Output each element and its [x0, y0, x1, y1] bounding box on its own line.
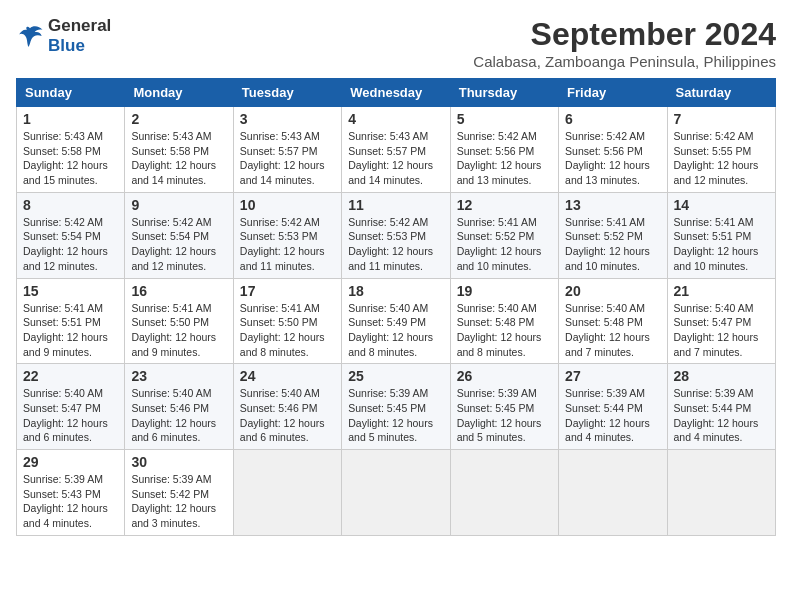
day-number: 2: [131, 111, 226, 127]
day-number: 7: [674, 111, 769, 127]
calendar-cell: 2 Sunrise: 5:43 AMSunset: 5:58 PMDayligh…: [125, 107, 233, 193]
calendar-table: SundayMondayTuesdayWednesdayThursdayFrid…: [16, 78, 776, 536]
day-number: 30: [131, 454, 226, 470]
calendar-cell: 28 Sunrise: 5:39 AMSunset: 5:44 PMDaylig…: [667, 364, 775, 450]
week-row-4: 22 Sunrise: 5:40 AMSunset: 5:47 PMDaylig…: [17, 364, 776, 450]
day-number: 28: [674, 368, 769, 384]
day-number: 21: [674, 283, 769, 299]
calendar-cell: 4 Sunrise: 5:43 AMSunset: 5:57 PMDayligh…: [342, 107, 450, 193]
day-info: Sunrise: 5:39 AMSunset: 5:44 PMDaylight:…: [565, 387, 650, 443]
day-info: Sunrise: 5:42 AMSunset: 5:54 PMDaylight:…: [23, 216, 108, 272]
calendar-cell: 3 Sunrise: 5:43 AMSunset: 5:57 PMDayligh…: [233, 107, 341, 193]
day-info: Sunrise: 5:40 AMSunset: 5:48 PMDaylight:…: [565, 302, 650, 358]
calendar-cell: 8 Sunrise: 5:42 AMSunset: 5:54 PMDayligh…: [17, 192, 125, 278]
day-info: Sunrise: 5:41 AMSunset: 5:51 PMDaylight:…: [674, 216, 759, 272]
weekday-header-friday: Friday: [559, 79, 667, 107]
calendar-cell: [233, 450, 341, 536]
day-number: 12: [457, 197, 552, 213]
day-info: Sunrise: 5:41 AMSunset: 5:51 PMDaylight:…: [23, 302, 108, 358]
calendar-cell: 27 Sunrise: 5:39 AMSunset: 5:44 PMDaylig…: [559, 364, 667, 450]
calendar-cell: 30 Sunrise: 5:39 AMSunset: 5:42 PMDaylig…: [125, 450, 233, 536]
calendar-cell: 1 Sunrise: 5:43 AMSunset: 5:58 PMDayligh…: [17, 107, 125, 193]
day-number: 4: [348, 111, 443, 127]
day-number: 5: [457, 111, 552, 127]
day-info: Sunrise: 5:40 AMSunset: 5:47 PMDaylight:…: [674, 302, 759, 358]
logo: General Blue: [16, 16, 111, 57]
day-info: Sunrise: 5:40 AMSunset: 5:48 PMDaylight:…: [457, 302, 542, 358]
day-info: Sunrise: 5:41 AMSunset: 5:50 PMDaylight:…: [131, 302, 216, 358]
page-header: General Blue September 2024 Calabasa, Za…: [16, 16, 776, 70]
day-info: Sunrise: 5:43 AMSunset: 5:57 PMDaylight:…: [348, 130, 433, 186]
logo-text-line2: Blue: [48, 36, 111, 56]
weekday-header-wednesday: Wednesday: [342, 79, 450, 107]
day-number: 17: [240, 283, 335, 299]
calendar-cell: 16 Sunrise: 5:41 AMSunset: 5:50 PMDaylig…: [125, 278, 233, 364]
day-number: 6: [565, 111, 660, 127]
day-info: Sunrise: 5:43 AMSunset: 5:58 PMDaylight:…: [131, 130, 216, 186]
day-info: Sunrise: 5:42 AMSunset: 5:54 PMDaylight:…: [131, 216, 216, 272]
title-block: September 2024 Calabasa, Zamboanga Penin…: [473, 16, 776, 70]
calendar-cell: 21 Sunrise: 5:40 AMSunset: 5:47 PMDaylig…: [667, 278, 775, 364]
day-info: Sunrise: 5:39 AMSunset: 5:42 PMDaylight:…: [131, 473, 216, 529]
day-number: 23: [131, 368, 226, 384]
calendar-cell: 9 Sunrise: 5:42 AMSunset: 5:54 PMDayligh…: [125, 192, 233, 278]
day-info: Sunrise: 5:39 AMSunset: 5:45 PMDaylight:…: [348, 387, 433, 443]
weekday-header-row: SundayMondayTuesdayWednesdayThursdayFrid…: [17, 79, 776, 107]
day-number: 10: [240, 197, 335, 213]
calendar-cell: 29 Sunrise: 5:39 AMSunset: 5:43 PMDaylig…: [17, 450, 125, 536]
calendar-cell: 24 Sunrise: 5:40 AMSunset: 5:46 PMDaylig…: [233, 364, 341, 450]
logo-text-line1: General: [48, 16, 111, 36]
calendar-cell: 10 Sunrise: 5:42 AMSunset: 5:53 PMDaylig…: [233, 192, 341, 278]
day-number: 20: [565, 283, 660, 299]
week-row-5: 29 Sunrise: 5:39 AMSunset: 5:43 PMDaylig…: [17, 450, 776, 536]
day-info: Sunrise: 5:40 AMSunset: 5:49 PMDaylight:…: [348, 302, 433, 358]
day-number: 15: [23, 283, 118, 299]
day-number: 24: [240, 368, 335, 384]
day-info: Sunrise: 5:41 AMSunset: 5:52 PMDaylight:…: [565, 216, 650, 272]
day-info: Sunrise: 5:40 AMSunset: 5:47 PMDaylight:…: [23, 387, 108, 443]
calendar-cell: [342, 450, 450, 536]
day-number: 3: [240, 111, 335, 127]
day-info: Sunrise: 5:41 AMSunset: 5:50 PMDaylight:…: [240, 302, 325, 358]
week-row-1: 1 Sunrise: 5:43 AMSunset: 5:58 PMDayligh…: [17, 107, 776, 193]
day-number: 26: [457, 368, 552, 384]
calendar-cell: 7 Sunrise: 5:42 AMSunset: 5:55 PMDayligh…: [667, 107, 775, 193]
day-number: 27: [565, 368, 660, 384]
location-subtitle: Calabasa, Zamboanga Peninsula, Philippin…: [473, 53, 776, 70]
logo-icon: [16, 22, 44, 50]
day-number: 16: [131, 283, 226, 299]
calendar-cell: 6 Sunrise: 5:42 AMSunset: 5:56 PMDayligh…: [559, 107, 667, 193]
calendar-cell: 25 Sunrise: 5:39 AMSunset: 5:45 PMDaylig…: [342, 364, 450, 450]
day-number: 8: [23, 197, 118, 213]
calendar-cell: 23 Sunrise: 5:40 AMSunset: 5:46 PMDaylig…: [125, 364, 233, 450]
day-info: Sunrise: 5:39 AMSunset: 5:44 PMDaylight:…: [674, 387, 759, 443]
day-number: 9: [131, 197, 226, 213]
day-info: Sunrise: 5:43 AMSunset: 5:57 PMDaylight:…: [240, 130, 325, 186]
day-number: 25: [348, 368, 443, 384]
week-row-3: 15 Sunrise: 5:41 AMSunset: 5:51 PMDaylig…: [17, 278, 776, 364]
day-info: Sunrise: 5:40 AMSunset: 5:46 PMDaylight:…: [131, 387, 216, 443]
calendar-cell: 18 Sunrise: 5:40 AMSunset: 5:49 PMDaylig…: [342, 278, 450, 364]
day-info: Sunrise: 5:40 AMSunset: 5:46 PMDaylight:…: [240, 387, 325, 443]
day-number: 14: [674, 197, 769, 213]
day-number: 22: [23, 368, 118, 384]
weekday-header-thursday: Thursday: [450, 79, 558, 107]
day-info: Sunrise: 5:42 AMSunset: 5:56 PMDaylight:…: [457, 130, 542, 186]
calendar-cell: 13 Sunrise: 5:41 AMSunset: 5:52 PMDaylig…: [559, 192, 667, 278]
calendar-cell: 15 Sunrise: 5:41 AMSunset: 5:51 PMDaylig…: [17, 278, 125, 364]
calendar-cell: 19 Sunrise: 5:40 AMSunset: 5:48 PMDaylig…: [450, 278, 558, 364]
calendar-cell: 5 Sunrise: 5:42 AMSunset: 5:56 PMDayligh…: [450, 107, 558, 193]
day-info: Sunrise: 5:41 AMSunset: 5:52 PMDaylight:…: [457, 216, 542, 272]
day-info: Sunrise: 5:42 AMSunset: 5:55 PMDaylight:…: [674, 130, 759, 186]
calendar-cell: 17 Sunrise: 5:41 AMSunset: 5:50 PMDaylig…: [233, 278, 341, 364]
weekday-header-sunday: Sunday: [17, 79, 125, 107]
calendar-cell: 11 Sunrise: 5:42 AMSunset: 5:53 PMDaylig…: [342, 192, 450, 278]
week-row-2: 8 Sunrise: 5:42 AMSunset: 5:54 PMDayligh…: [17, 192, 776, 278]
day-info: Sunrise: 5:42 AMSunset: 5:53 PMDaylight:…: [240, 216, 325, 272]
calendar-cell: 14 Sunrise: 5:41 AMSunset: 5:51 PMDaylig…: [667, 192, 775, 278]
calendar-cell: 20 Sunrise: 5:40 AMSunset: 5:48 PMDaylig…: [559, 278, 667, 364]
month-title: September 2024: [473, 16, 776, 53]
weekday-header-tuesday: Tuesday: [233, 79, 341, 107]
calendar-cell: 22 Sunrise: 5:40 AMSunset: 5:47 PMDaylig…: [17, 364, 125, 450]
day-number: 18: [348, 283, 443, 299]
